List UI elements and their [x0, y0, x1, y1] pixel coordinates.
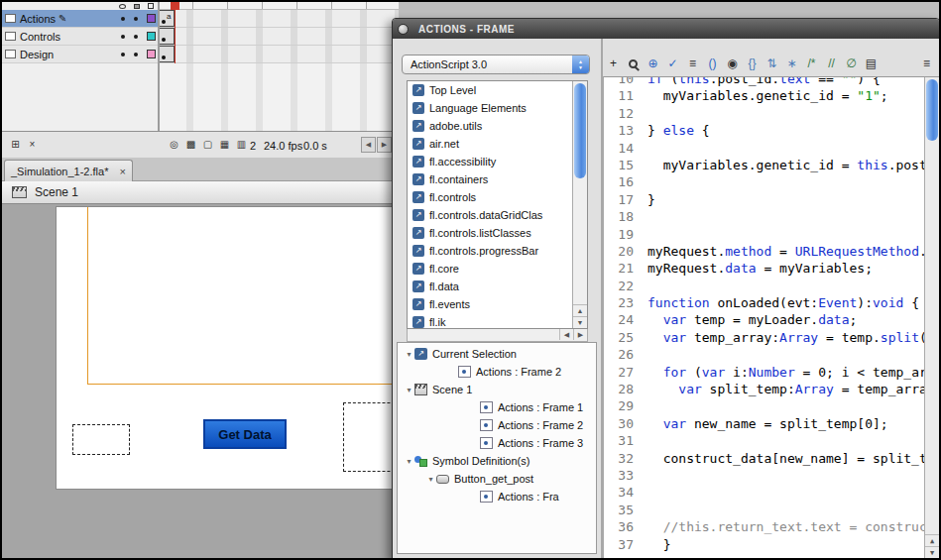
layer-row[interactable]: Actions✎ — [2, 10, 159, 28]
frame-span[interactable] — [159, 28, 175, 45]
scrollbar-thumb[interactable] — [926, 79, 938, 141]
layer-row[interactable]: Controls — [2, 28, 159, 46]
collapse-selection-icon[interactable]: ⇅ — [764, 55, 780, 72]
package-item[interactable]: ↗fl.core — [408, 260, 572, 278]
timeline-frame-row[interactable]: a — [159, 10, 399, 28]
toolbox-vertical-scrollbar[interactable]: ▲ ▼ — [572, 81, 587, 328]
insert-target-path-icon[interactable]: ⊕ — [645, 55, 661, 72]
navigator-item[interactable]: Actions : Frame 2 — [398, 416, 596, 434]
vertical-guide[interactable] — [87, 207, 88, 384]
layer-color-chip[interactable] — [147, 32, 156, 41]
editor-vertical-scrollbar[interactable]: ▲ ▼ — [924, 77, 939, 558]
package-item[interactable]: ↗fl.containers — [408, 170, 572, 188]
package-item[interactable]: ↗adobe.utils — [408, 117, 572, 135]
insert-layer-icon[interactable]: ⊞ — [8, 137, 23, 153]
scroll-up-icon[interactable]: ▲ — [925, 534, 939, 546]
expander-icon[interactable]: ▾ — [404, 350, 414, 359]
frame-span[interactable]: a — [159, 10, 175, 27]
frame-rate-indicator[interactable]: 24.0 fps — [264, 140, 302, 152]
debug-options-icon[interactable]: ◉ — [724, 55, 741, 72]
remove-comment-icon[interactable]: ∅ — [843, 55, 860, 72]
layer-visibility-dot[interactable] — [121, 35, 125, 39]
show-code-hint-icon[interactable]: () — [704, 55, 721, 72]
layers-frames-divider[interactable] — [158, 2, 160, 131]
timeline-ruler[interactable] — [159, 2, 399, 10]
navigator-item[interactable]: Actions : Frame 1 — [398, 398, 596, 416]
playhead-marker[interactable] — [171, 2, 179, 10]
package-item[interactable]: ↗Language Elements — [408, 99, 572, 117]
scroll-left-icon[interactable]: ◀ — [559, 329, 573, 340]
script-editor[interactable]: 1011121314151617181920212223242526272829… — [603, 76, 939, 558]
lock-column-icon[interactable] — [134, 4, 140, 9]
package-item[interactable]: ↗fl.ik — [408, 313, 572, 328]
timeline-scroll-left-icon[interactable]: ◀ — [361, 137, 376, 153]
layer-lock-dot[interactable] — [134, 35, 138, 39]
timeline-frame-row[interactable] — [159, 46, 399, 63]
frame-span[interactable] — [159, 46, 175, 62]
timeline-scroll-right-icon[interactable]: ▶ — [377, 137, 392, 153]
package-item[interactable]: ↗fl.events — [408, 295, 572, 313]
navigator-item[interactable]: ▾↗Current Selection — [398, 345, 596, 363]
scroll-up-icon[interactable]: ▲ — [573, 304, 587, 316]
timeline-frame-row[interactable] — [159, 28, 399, 46]
expand-all-icon[interactable]: ∗ — [783, 55, 800, 72]
package-item[interactable]: ↗fl.data — [408, 278, 572, 295]
package-item[interactable]: ↗fl.controls.progressBar — [408, 242, 572, 260]
scroll-down-icon[interactable]: ▼ — [573, 316, 587, 328]
select-stepper-icon[interactable]: ▲ ▼ — [572, 56, 589, 73]
scroll-right-icon[interactable]: ▶ — [573, 329, 587, 340]
layer-lock-dot[interactable] — [134, 17, 138, 21]
navigator-item[interactable]: ▾Scene 1 — [398, 381, 596, 398]
navigator-item[interactable]: Actions : Frame 3 — [398, 434, 596, 452]
show-toolbox-icon[interactable]: ▤ — [863, 55, 880, 72]
layer-lock-dot[interactable] — [134, 53, 138, 56]
actions-panel-titlebar[interactable]: ACTIONS - FRAME — [393, 19, 939, 39]
scroll-down-icon[interactable]: ▼ — [925, 546, 939, 558]
selection-outline-left[interactable] — [72, 424, 130, 455]
layer-visibility-dot[interactable] — [121, 53, 125, 56]
find-icon[interactable] — [625, 55, 642, 72]
expander-icon[interactable]: ▾ — [404, 386, 414, 394]
frames-grid[interactable]: a — [159, 10, 399, 63]
actionscript-version-select[interactable]: ActionScript 3.0 ▲ ▼ — [402, 55, 590, 74]
close-icon[interactable]: × — [120, 166, 126, 177]
scrollbar-thumb[interactable] — [574, 83, 586, 178]
playhead[interactable] — [175, 10, 176, 63]
package-item[interactable]: ↗fl.controls — [408, 188, 572, 206]
navigator-item[interactable]: Actions : Frame 2 — [398, 363, 596, 381]
document-tab[interactable]: _Simulation_1-2.fla* × — [4, 160, 133, 181]
layer-color-chip[interactable] — [147, 14, 156, 23]
get-data-button[interactable]: Get Data — [203, 419, 287, 449]
apply-line-comment-icon[interactable]: // — [823, 55, 840, 72]
package-item[interactable]: ↗fl.accessibility — [408, 153, 572, 170]
outline-column-icon[interactable] — [148, 3, 154, 9]
edit-multiple-frames-icon[interactable]: ▦ — [217, 137, 232, 153]
layer-visibility-dot[interactable] — [121, 17, 125, 21]
package-item[interactable]: ↗air.net — [408, 135, 572, 153]
toolbox-horizontal-scrollbar[interactable]: ◀ ▶ — [407, 329, 588, 342]
navigator-item[interactable]: ▾Symbol Definition(s) — [398, 452, 596, 470]
collapse-between-braces-icon[interactable]: {} — [744, 55, 761, 72]
expander-icon[interactable]: ▾ — [404, 457, 414, 466]
navigator-item[interactable]: Actions : Fra — [398, 488, 596, 505]
package-item[interactable]: ↗Top Level — [408, 81, 572, 99]
center-frame-icon[interactable]: ◎ — [167, 137, 181, 153]
show-hide-column-icon[interactable] — [119, 4, 126, 9]
onion-skin-outlines-icon[interactable]: ▢ — [200, 137, 215, 153]
navigator-item[interactable]: ▾Button_get_post — [398, 470, 596, 488]
layer-color-chip[interactable] — [147, 50, 156, 58]
add-script-icon[interactable]: + — [605, 55, 622, 72]
delete-layer-icon[interactable]: × — [25, 137, 40, 153]
package-item[interactable]: ↗fl.controls.listClasses — [408, 224, 572, 242]
apply-block-comment-icon[interactable]: /* — [803, 55, 820, 72]
layer-row[interactable]: Design — [2, 46, 159, 63]
frames-grid-empty[interactable] — [159, 63, 399, 131]
modify-markers-icon[interactable]: ▥ — [234, 137, 249, 153]
auto-format-icon[interactable]: ≡ — [684, 55, 701, 72]
onion-skin-icon[interactable]: ▩ — [183, 137, 198, 153]
panel-menu-icon[interactable]: ≡ — [918, 55, 935, 72]
panel-close-button[interactable] — [398, 24, 409, 35]
package-item[interactable]: ↗fl.controls.dataGridClas — [408, 206, 572, 224]
expander-icon[interactable]: ▾ — [425, 475, 436, 484]
check-syntax-icon[interactable]: ✓ — [664, 55, 681, 72]
